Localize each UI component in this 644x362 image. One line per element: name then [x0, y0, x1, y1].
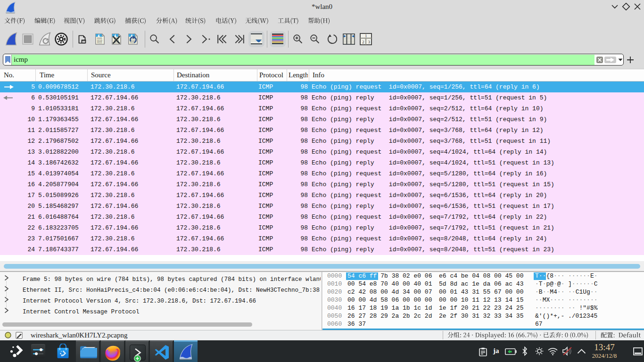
svg-text:1: 1: [365, 33, 367, 38]
svg-text:3: 3: [368, 40, 371, 44]
svg-text:2: 2: [362, 40, 364, 44]
svg-text:0111: 0111: [97, 41, 102, 44]
